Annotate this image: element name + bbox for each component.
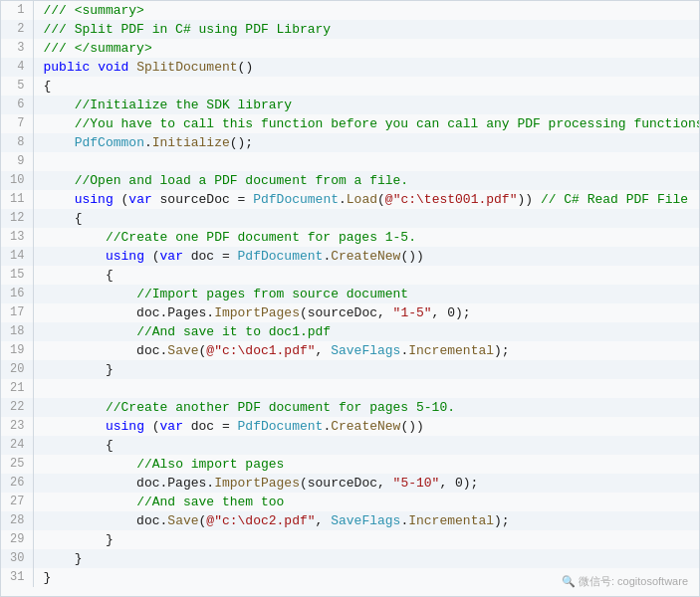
table-row: 12 { [1,209,700,228]
line-number: 1 [1,1,33,20]
table-row: 14 using (var doc = PdfDocument.CreateNe… [1,247,700,266]
line-number: 13 [1,228,33,247]
line-number: 11 [1,190,33,209]
line-code: { [33,266,700,285]
line-code: doc.Pages.ImportPages(sourceDoc, "5-10",… [33,474,700,493]
line-code: using (var sourceDoc = PdfDocument.Load(… [33,190,700,209]
table-row: 22 //Create another PDF document for pag… [1,398,700,417]
line-code: using (var doc = PdfDocument.CreateNew()… [33,417,700,436]
table-row: 21 [1,379,700,398]
line-number: 27 [1,493,33,511]
line-number: 20 [1,360,33,379]
line-code: //Also import pages [33,455,700,474]
line-number: 12 [1,209,33,228]
line-code: { [33,436,700,455]
table-row: 2/// Split PDF in C# using PDF Library [1,20,700,39]
line-code: { [33,77,700,96]
line-code: //And save them too [33,493,700,511]
line-code: /// <summary> [33,1,700,20]
table-row: 24 { [1,436,700,455]
table-row: 8 PdfCommon.Initialize(); [1,133,700,152]
table-row: 28 doc.Save(@"c:\doc2.pdf", SaveFlags.In… [1,511,700,530]
table-row: 10 //Open and load a PDF document from a… [1,171,700,190]
line-code: //Create one PDF document for pages 1-5. [33,228,700,247]
table-row: 9 [1,152,700,171]
table-row: 23 using (var doc = PdfDocument.CreateNe… [1,417,700,436]
code-container: 1/// <summary>2/// Split PDF in C# using… [0,0,700,597]
line-number: 17 [1,303,33,322]
line-code: //Import pages from source document [33,285,700,303]
line-number: 30 [1,549,33,568]
line-number: 6 [1,96,33,114]
line-number: 7 [1,114,33,133]
line-number: 3 [1,39,33,58]
line-number: 10 [1,171,33,190]
table-row: 29 } [1,530,700,549]
line-code: PdfCommon.Initialize(); [33,133,700,152]
line-code: doc.Save(@"c:\doc2.pdf", SaveFlags.Incre… [33,511,700,530]
line-number: 14 [1,247,33,266]
line-code: } [33,530,700,549]
table-row: 1/// <summary> [1,1,700,20]
line-code: doc.Pages.ImportPages(sourceDoc, "1-5", … [33,303,700,322]
line-code: { [33,209,700,228]
line-code: //Create another PDF document for pages … [33,398,700,417]
line-number: 16 [1,285,33,303]
table-row: 30 } [1,549,700,568]
line-code: /// </summary> [33,39,700,58]
line-code: using (var doc = PdfDocument.CreateNew()… [33,247,700,266]
line-code: public void SplitDocument() [33,58,700,77]
code-table: 1/// <summary>2/// Split PDF in C# using… [1,1,700,587]
line-code: //You have to call this function before … [33,114,700,133]
line-code: } [33,360,700,379]
line-number: 29 [1,530,33,549]
line-number: 24 [1,436,33,455]
line-code: //Open and load a PDF document from a fi… [33,171,700,190]
line-number: 23 [1,417,33,436]
line-number: 5 [1,77,33,96]
table-row: 20 } [1,360,700,379]
line-code: doc.Save(@"c:\doc1.pdf", SaveFlags.Incre… [33,341,700,360]
line-number: 2 [1,20,33,39]
line-code: /// Split PDF in C# using PDF Library [33,20,700,39]
table-row: 16 //Import pages from source document [1,285,700,303]
table-row: 11 using (var sourceDoc = PdfDocument.Lo… [1,190,700,209]
watermark: 🔍 微信号: cogitosoftware [562,574,688,589]
table-row: 6 //Initialize the SDK library [1,96,700,114]
line-number: 21 [1,379,33,398]
table-row: 13 //Create one PDF document for pages 1… [1,228,700,247]
table-row: 27 //And save them too [1,493,700,511]
table-row: 5{ [1,77,700,96]
line-number: 28 [1,511,33,530]
line-number: 22 [1,398,33,417]
line-number: 9 [1,152,33,171]
table-row: 7 //You have to call this function befor… [1,114,700,133]
line-number: 19 [1,341,33,360]
table-row: 18 //And save it to doc1.pdf [1,322,700,341]
table-row: 17 doc.Pages.ImportPages(sourceDoc, "1-5… [1,303,700,322]
line-number: 8 [1,133,33,152]
line-number: 25 [1,455,33,474]
line-code [33,379,700,398]
table-row: 4public void SplitDocument() [1,58,700,77]
line-number: 15 [1,266,33,285]
line-number: 18 [1,322,33,341]
table-row: 25 //Also import pages [1,455,700,474]
line-code: } [33,549,700,568]
line-code: //And save it to doc1.pdf [33,322,700,341]
line-number: 4 [1,58,33,77]
line-number: 31 [1,568,33,587]
line-number: 26 [1,474,33,493]
table-row: 15 { [1,266,700,285]
table-row: 3/// </summary> [1,39,700,58]
table-row: 19 doc.Save(@"c:\doc1.pdf", SaveFlags.In… [1,341,700,360]
line-code: //Initialize the SDK library [33,96,700,114]
line-code [33,152,700,171]
table-row: 26 doc.Pages.ImportPages(sourceDoc, "5-1… [1,474,700,493]
